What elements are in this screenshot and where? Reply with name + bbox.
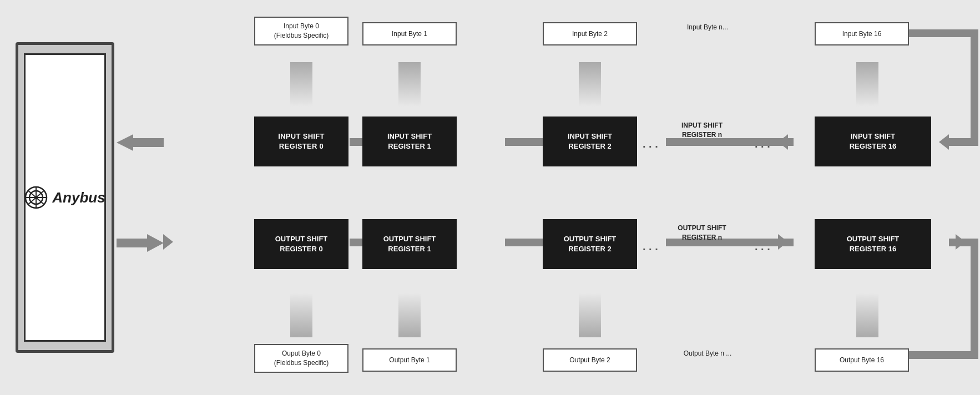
diagram-svg — [0, 0, 980, 395]
svg-rect-22 — [290, 293, 312, 337]
output-shift-register-2: OUTPUT SHIFTREGISTER 2 — [543, 219, 637, 269]
svg-rect-23 — [398, 293, 421, 337]
output-byte-16-box: Output Byte 16 — [815, 348, 909, 372]
svg-rect-8 — [579, 62, 601, 107]
input-byte-0-label: Input Byte 0(Fieldbus Specific) — [274, 22, 329, 40]
svg-rect-11 — [133, 138, 164, 147]
output-shift-register-1: OUTPUT SHIFTREGISTER 1 — [362, 219, 457, 269]
input-byte-16-label: Input Byte 16 — [842, 30, 882, 38]
input-shift-register-16: INPUT SHIFTREGISTER 16 — [815, 117, 931, 166]
svg-rect-26 — [117, 239, 147, 247]
output-byte-0-box: Ouput Byte 0(Fieldbus Specific) — [254, 344, 348, 373]
output-byte-2-label: Output Byte 2 — [569, 356, 610, 364]
svg-marker-10 — [117, 134, 133, 151]
svg-rect-7 — [398, 62, 421, 107]
input-dots-left: . . . — [643, 138, 658, 150]
input-byte-n-label: Input Byte n... — [671, 23, 744, 31]
input-dots-right: . . . — [755, 138, 770, 150]
output-byte-1-label: Output Byte 1 — [389, 356, 430, 364]
svg-marker-40 — [163, 234, 173, 250]
output-byte-0-label: Ouput Byte 0(Fieldbus Specific) — [274, 349, 329, 368]
svg-marker-38 — [956, 234, 966, 250]
output-dots-right: . . . — [755, 240, 770, 253]
input-shift-register-n-label: INPUT SHIFTREGISTER n — [666, 121, 738, 140]
input-byte-16-box: Input Byte 16 — [815, 22, 909, 45]
output-shift-register-16: OUTPUT SHIFTREGISTER 16 — [815, 219, 931, 269]
output-shift-register-n-label: OUTPUT SHIFTREGISTER n — [666, 224, 738, 242]
input-byte-2-label: Input Byte 2 — [572, 30, 608, 38]
output-byte-1-box: Output Byte 1 — [362, 348, 457, 372]
svg-rect-25 — [856, 293, 878, 337]
svg-marker-27 — [147, 234, 164, 252]
svg-rect-9 — [856, 62, 878, 107]
input-byte-1-box: Input Byte 1 — [362, 22, 457, 45]
output-shift-register-0: OUTPUT SHIFTREGISTER 0 — [254, 219, 348, 269]
output-byte-n-label: Output Byte n ... — [671, 350, 744, 357]
output-byte-2-box: Output Byte 2 — [543, 348, 637, 372]
input-shift-register-1: INPUT SHIFTREGISTER 1 — [362, 117, 457, 166]
svg-rect-24 — [579, 293, 601, 337]
input-byte-2-box: Input Byte 2 — [543, 22, 637, 45]
input-shift-register-0: INPUT SHIFTREGISTER 0 — [254, 117, 348, 166]
output-dots-left: . . . — [643, 240, 658, 253]
input-shift-register-2: INPUT SHIFTREGISTER 2 — [543, 117, 637, 166]
input-byte-1-label: Input Byte 1 — [392, 30, 427, 38]
input-byte-0-box: Input Byte 0(Fieldbus Specific) — [254, 17, 348, 45]
output-byte-16-label: Output Byte 16 — [840, 356, 884, 364]
svg-rect-6 — [290, 62, 312, 107]
svg-rect-19 — [949, 138, 968, 146]
svg-marker-20 — [939, 134, 949, 150]
